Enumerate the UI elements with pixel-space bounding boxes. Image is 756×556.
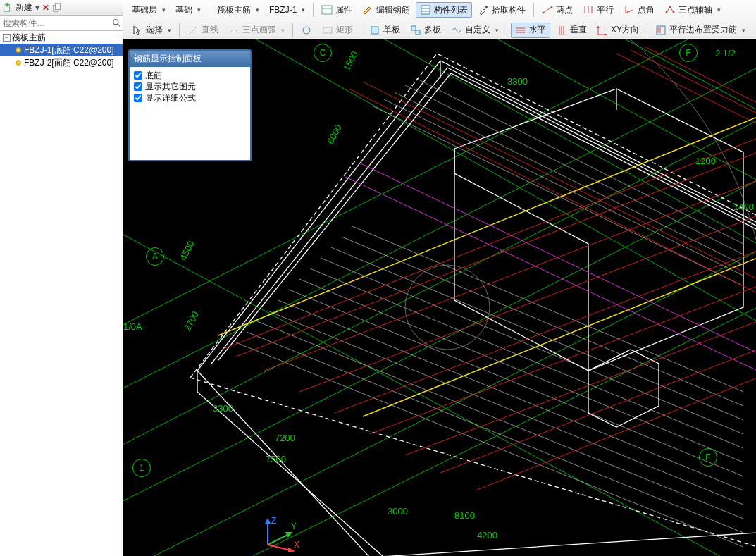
search-bar — [0, 16, 123, 31]
select-button[interactable]: 选择 — [128, 23, 175, 38]
two-point-button[interactable]: 两点 — [538, 2, 577, 18]
grid-label: 1/0A — [123, 321, 142, 332]
svg-rect-31 — [416, 30, 420, 35]
line-icon — [187, 25, 199, 36]
parallel-button[interactable]: 平行 — [578, 2, 618, 18]
parallel-icon — [583, 4, 594, 16]
svg-line-46 — [250, 307, 756, 556]
xy-direction-button[interactable]: XY方向 — [593, 23, 643, 38]
svg-rect-30 — [411, 26, 416, 30]
arc-icon — [228, 25, 240, 36]
svg-point-18 — [543, 12, 545, 14]
edit-rebar-button[interactable]: 编辑钢筋 — [358, 2, 414, 18]
component-list-button[interactable]: 构件列表 — [416, 2, 472, 18]
dimension-label: 1400 — [733, 202, 754, 212]
checkbox-row[interactable]: 底筋 — [134, 70, 246, 81]
tree-root[interactable]: − 筏板主筋 — [0, 31, 123, 44]
rect-button[interactable]: 矩形 — [318, 23, 357, 38]
svg-line-52 — [236, 342, 743, 547]
layer-dropdown[interactable]: 基础层 — [128, 2, 170, 18]
svg-rect-4 — [55, 3, 60, 9]
component-type-dropdown[interactable]: 筏板主筋 — [213, 2, 264, 18]
svg-line-54 — [257, 321, 743, 519]
svg-line-79 — [363, 82, 756, 279]
svg-line-85 — [345, 177, 756, 371]
category-dropdown[interactable]: 基础 — [171, 2, 205, 18]
svg-line-61 — [331, 247, 743, 420]
new-label[interactable]: 新建 — [16, 1, 32, 13]
circle-icon — [301, 25, 312, 36]
svg-rect-13 — [421, 6, 430, 14]
svg-line-74 — [370, 286, 756, 434]
svg-rect-2 — [6, 4, 9, 5]
svg-line-68 — [416, 78, 743, 244]
checkbox-row[interactable]: 显示详细公式 — [134, 92, 246, 104]
svg-point-10 — [18, 62, 20, 64]
svg-rect-28 — [323, 27, 332, 33]
svg-line-80 — [616, 54, 756, 124]
search-icon[interactable] — [111, 17, 123, 30]
three-point-icon — [664, 4, 676, 16]
svg-line-56 — [278, 300, 743, 490]
two-point-icon — [542, 4, 553, 16]
svg-point-16 — [485, 6, 488, 8]
parallel-edge-rebar-button[interactable]: 平行边布置受力筋 — [651, 23, 750, 38]
tree-item[interactable]: FBZJ-2[面筋 C22@200] — [0, 56, 123, 69]
gear-icon — [14, 46, 23, 54]
tree-item-label: FBZJ-1[底筋 C22@200] — [24, 44, 114, 56]
checkbox-row[interactable]: 显示其它图元 — [134, 81, 246, 92]
rect-icon — [322, 25, 333, 36]
svg-line-47 — [123, 216, 722, 556]
component-tree: − 筏板主筋 FBZJ-1[底筋 C22@200] FBZJ-2[面筋 C22@… — [0, 31, 123, 556]
pick-component-button[interactable]: 拾取构件 — [473, 2, 530, 18]
grid-label: 2 1/2 — [715, 48, 736, 58]
toolbar-row-1: 基础层 基础 筏板主筋 FBZJ-1 属性 编辑钢筋 构件列表 拾取构件 两点 — [123, 0, 756, 20]
vertical-icon — [556, 25, 567, 36]
custom-icon — [451, 25, 462, 36]
three-point-aux-button[interactable]: 三点辅轴 — [660, 2, 725, 18]
xy-icon — [597, 25, 608, 36]
svg-line-45 — [151, 251, 756, 556]
svg-point-19 — [551, 6, 553, 8]
search-input[interactable] — [0, 17, 111, 30]
collapse-icon[interactable]: − — [3, 34, 11, 42]
vertical-button[interactable]: 垂直 — [552, 23, 591, 38]
svg-line-71 — [264, 180, 756, 371]
circle-tool-button[interactable] — [297, 23, 316, 38]
three-point-arc-button[interactable]: 三点画弧 — [224, 23, 289, 38]
copy-icon[interactable] — [52, 3, 62, 13]
rebar-display-control-panel[interactable]: 钢筋显示控制面板 底筋 显示其它图元 显示详细公式 — [128, 49, 252, 161]
grid-bubble: C — [314, 44, 332, 62]
properties-button[interactable]: 属性 — [317, 2, 357, 18]
tree-root-label: 筏板主筋 — [12, 32, 46, 44]
point-angle-button[interactable]: 点角 — [619, 2, 659, 18]
parallel-edge-icon — [655, 25, 667, 36]
cursor-icon — [132, 25, 143, 36]
checkbox[interactable] — [134, 71, 142, 80]
line-button[interactable]: 直线 — [183, 23, 223, 38]
multi-slab-button[interactable]: 多板 — [406, 23, 445, 38]
member-dropdown[interactable]: FBZJ-1 — [265, 2, 309, 18]
custom-button[interactable]: 自定义 — [447, 23, 503, 38]
gear-icon — [14, 58, 23, 67]
svg-line-49 — [321, 39, 756, 244]
dimension-label: 8100 — [454, 510, 475, 521]
panel-body: 底筋 显示其它图元 显示详细公式 — [130, 67, 250, 160]
checkbox[interactable] — [134, 82, 142, 91]
single-slab-button[interactable]: 单板 — [365, 23, 404, 38]
dimension-label: 3300 — [213, 403, 233, 414]
close-icon[interactable]: ✕ — [42, 3, 49, 13]
dimension-label: 4200 — [477, 530, 497, 540]
dimension-label: 7200 — [275, 433, 295, 443]
tree-item[interactable]: FBZJ-1[底筋 C22@200] — [0, 44, 123, 56]
mini-toolbar: 新建 ▾ ✕ — [0, 0, 123, 16]
svg-line-6 — [118, 23, 120, 26]
checkbox[interactable] — [134, 94, 142, 102]
svg-line-17 — [543, 7, 552, 13]
dimension-label: 1200 — [695, 156, 716, 166]
single-slab-icon — [369, 25, 380, 36]
horizontal-button[interactable]: 水平 — [511, 23, 550, 38]
new-icon[interactable] — [3, 3, 13, 13]
horizontal-icon — [515, 25, 526, 36]
dimension-label: 3300 — [507, 76, 528, 87]
